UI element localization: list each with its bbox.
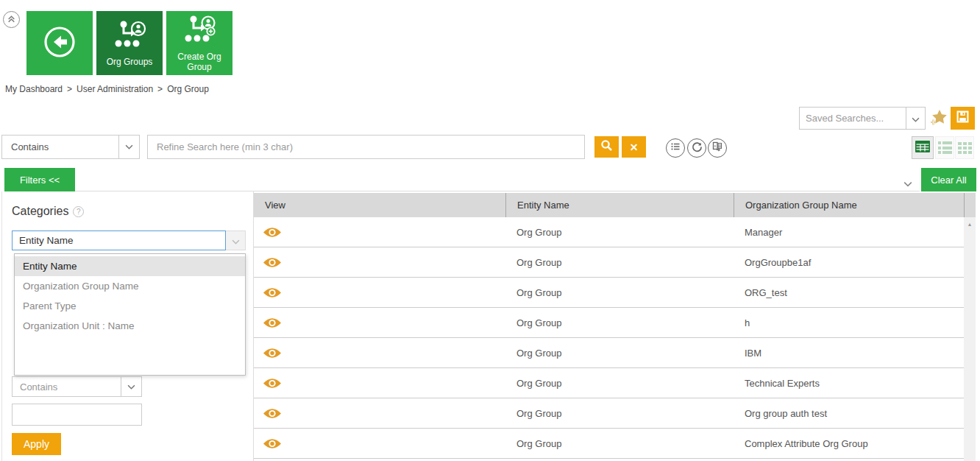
dropdown-option-organization-group-name[interactable]: Organization Group Name — [15, 276, 245, 296]
table-row[interactable]: Org Group h — [254, 308, 964, 338]
view-eye-icon[interactable] — [263, 256, 281, 269]
dropdown-option-parent-type[interactable]: Parent Type — [15, 296, 245, 316]
filter-operator-select[interactable]: Contains — [12, 376, 142, 397]
org-group-name-cell: Org group auth test — [734, 408, 964, 419]
back-arrow-icon — [41, 24, 78, 63]
view-eye-icon[interactable] — [263, 226, 281, 239]
search-operator-select[interactable]: Contains — [1, 135, 140, 159]
view-eye-icon[interactable] — [263, 437, 281, 450]
back-button[interactable] — [26, 11, 93, 75]
create-org-group-label: Create Org Group — [166, 52, 232, 72]
header-scrollbar-spacer — [964, 193, 976, 217]
chevron-down-icon — [232, 234, 240, 247]
star-add-icon — [929, 108, 948, 130]
help-icon[interactable]: ? — [73, 206, 84, 217]
table-body: Org Group Manager Org Group OrgGroupbe1a… — [254, 217, 964, 459]
categories-title: Categories — [12, 205, 68, 218]
view-eye-icon[interactable] — [263, 347, 281, 359]
org-group-name-cell: OrgGroupbe1af — [734, 257, 964, 268]
table-row[interactable]: Org Group OrgGroupbe1af — [254, 247, 964, 278]
applied-filters-bar[interactable] — [75, 168, 920, 191]
collapse-toolbar-button[interactable] — [3, 11, 20, 28]
breadcrumb-separator: > — [67, 84, 72, 94]
clear-all-label: Clear All — [931, 175, 966, 186]
breadcrumb-item-user-administration[interactable]: User Administration — [77, 84, 153, 94]
view-eye-icon[interactable] — [263, 407, 281, 420]
favorite-search-button[interactable] — [928, 108, 949, 129]
table-row[interactable]: Org Group IBM — [254, 338, 964, 368]
org-groups-tab[interactable]: Org Groups — [96, 11, 163, 75]
breadcrumb: My Dashboard > User Administration > Org… — [5, 84, 209, 94]
view-toggle-list[interactable] — [935, 136, 954, 159]
dropdown-option-entity-name[interactable]: Entity Name — [15, 256, 245, 276]
bulleted-list-icon — [670, 141, 681, 155]
saved-searches-dropdown-button[interactable] — [906, 108, 925, 129]
chevron-down-icon[interactable] — [903, 177, 912, 190]
search-operator-value: Contains — [2, 136, 118, 158]
filter-value-input[interactable] — [12, 404, 142, 426]
entity-name-cell: Org Group — [505, 408, 734, 419]
category-combobox-value: Entity Name — [19, 235, 74, 246]
column-header-entity-name[interactable]: Entity Name — [505, 193, 734, 217]
list-view-circle-button[interactable] — [666, 138, 685, 158]
table-row[interactable]: Org Group Manager — [254, 217, 964, 247]
create-org-group-button[interactable]: Create Org Group — [166, 11, 232, 75]
org-group-page: Org Groups Create Org Group My Dashboard… — [0, 0, 980, 461]
column-header-view[interactable]: View — [254, 193, 505, 217]
breadcrumb-separator: > — [157, 84, 163, 94]
entity-name-cell: Org Group — [505, 438, 734, 449]
refine-search-input[interactable] — [147, 135, 585, 159]
category-combobox-dropdown-button[interactable] — [226, 230, 246, 250]
entity-name-cell: Org Group — [505, 348, 734, 359]
grid-view-icon — [958, 142, 972, 154]
saved-searches-input[interactable] — [800, 108, 906, 129]
org-group-name-cell: Technical Experts — [734, 378, 964, 389]
entity-name-cell: Org Group — [505, 317, 734, 328]
save-search-button[interactable] — [951, 107, 975, 130]
apply-button[interactable]: Apply — [12, 433, 61, 455]
refresh-button[interactable] — [687, 138, 706, 158]
clear-search-button[interactable]: ✕ — [622, 136, 646, 158]
breadcrumb-item-org-group[interactable]: Org Group — [167, 84, 209, 94]
dropdown-option-organization-unit-name[interactable]: Organization Unit : Name — [15, 316, 245, 336]
apply-label: Apply — [24, 438, 49, 450]
entity-name-cell: Org Group — [505, 257, 734, 268]
table-scrollbar[interactable]: ▲ — [964, 217, 976, 461]
view-eye-icon[interactable] — [263, 377, 281, 390]
filter-panel: Categories ? Entity Name Entity Name Org… — [1, 191, 254, 461]
chevron-down-icon — [121, 377, 141, 396]
table-header: View Entity Name Organization Group Name — [254, 193, 976, 217]
list-view-icon — [938, 141, 952, 154]
table-row[interactable]: Org Group Technical Experts — [254, 368, 964, 398]
table-row[interactable]: Org Group Org group auth test — [254, 398, 964, 429]
search-button[interactable] — [594, 136, 619, 158]
table-view-icon — [915, 141, 930, 155]
export-excel-icon: x — [712, 141, 722, 155]
org-group-name-cell: IBM — [734, 348, 964, 359]
magnifier-icon — [600, 139, 613, 155]
entity-name-cell: Org Group — [505, 287, 734, 298]
clear-all-button[interactable]: Clear All — [921, 168, 976, 191]
table-row[interactable]: Org Group Complex Attribute Org Group — [254, 429, 964, 459]
column-header-organization-group-name[interactable]: Organization Group Name — [734, 193, 964, 217]
org-chart-add-icon — [182, 14, 217, 48]
filters-label: Filters << — [20, 175, 60, 186]
filters-toggle-button[interactable]: Filters << — [4, 168, 75, 191]
view-toggle-grid[interactable] — [955, 136, 974, 159]
category-combobox[interactable]: Entity Name — [12, 230, 226, 250]
filter-operator-value: Contains — [13, 377, 121, 396]
svg-text:x: x — [714, 144, 717, 148]
org-groups-label: Org Groups — [105, 57, 155, 67]
org-group-name-cell: Complex Attribute Org Group — [734, 438, 964, 449]
export-excel-button[interactable]: x — [708, 138, 727, 158]
view-toggle-table[interactable] — [912, 136, 934, 159]
view-eye-icon[interactable] — [263, 317, 281, 329]
view-eye-icon[interactable] — [263, 286, 281, 299]
scroll-up-arrow[interactable]: ▲ — [964, 222, 976, 227]
breadcrumb-item-my-dashboard[interactable]: My Dashboard — [5, 84, 63, 94]
entity-name-cell: Org Group — [505, 378, 734, 389]
save-floppy-icon — [956, 110, 969, 126]
double-chevron-up-icon — [7, 13, 16, 27]
chevron-down-icon — [912, 112, 920, 125]
table-row[interactable]: Org Group ORG_test — [254, 278, 964, 308]
